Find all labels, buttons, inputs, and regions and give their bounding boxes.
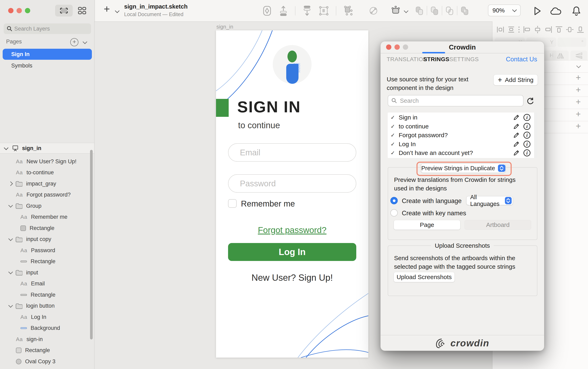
- subtract-icon[interactable]: [429, 5, 440, 16]
- preview-strings-dropdown[interactable]: Preview Strings in Duplicate: [421, 163, 505, 173]
- align-right-icon[interactable]: [544, 25, 553, 34]
- sidebar-page-symbols[interactable]: Symbols: [11, 63, 32, 69]
- rotation-field[interactable]: °: [557, 38, 586, 47]
- align-bottom-icon[interactable]: [576, 25, 585, 34]
- layer-row[interactable]: Background: [0, 323, 94, 334]
- align-middle-vertical-icon[interactable]: [566, 25, 574, 34]
- layer-row[interactable]: AaPassword: [0, 245, 94, 256]
- info-icon[interactable]: i: [524, 114, 530, 121]
- add-page-button[interactable]: +: [70, 38, 78, 46]
- info-icon[interactable]: i: [524, 132, 530, 139]
- canvas-artboard-label[interactable]: sign_in: [216, 24, 233, 30]
- all-languages-dropdown[interactable]: All Languages: [466, 196, 513, 205]
- create-symbol-icon[interactable]: [262, 6, 272, 16]
- flip-vertical-button[interactable]: [570, 50, 587, 61]
- tab-translation[interactable]: TRANSLATION: [387, 56, 427, 63]
- flip-horizontal-button[interactable]: [552, 50, 569, 61]
- move-forward-icon[interactable]: [279, 6, 288, 16]
- resize-chevron-icon[interactable]: [404, 9, 409, 13]
- info-icon[interactable]: i: [524, 123, 530, 130]
- grid-view-toggle[interactable]: [75, 5, 89, 17]
- add-string-button[interactable]: + Add String: [494, 74, 538, 85]
- layer-row[interactable]: Rectangle: [0, 223, 94, 234]
- layer-row[interactable]: impact_gray: [0, 178, 94, 189]
- union-icon[interactable]: [414, 5, 425, 16]
- forgot-password-link[interactable]: Forgot password?: [216, 225, 368, 235]
- string-row[interactable]: ✓Forgot password?i: [388, 131, 537, 140]
- layer-row[interactable]: AaLog In: [0, 311, 94, 322]
- artboard-button[interactable]: Artboard: [464, 220, 531, 230]
- insert-chevron-icon[interactable]: [115, 9, 120, 13]
- add-style-button[interactable]: +: [576, 121, 581, 131]
- string-row[interactable]: ✓Sign ini: [388, 113, 537, 122]
- minimize-button[interactable]: [17, 8, 22, 13]
- chevron-down-icon[interactable]: [8, 236, 13, 241]
- align-center-horizontal-icon[interactable]: [533, 25, 542, 34]
- create-with-key-names-radio[interactable]: [390, 209, 398, 217]
- search-layers-input[interactable]: Search Layers: [4, 23, 91, 34]
- layer-row[interactable]: input: [0, 267, 94, 278]
- create-with-language-radio[interactable]: [390, 197, 398, 204]
- chevron-down-icon[interactable]: [8, 203, 13, 208]
- notifications-bell-button[interactable]: [572, 6, 581, 16]
- insert-button[interactable]: +: [104, 3, 110, 15]
- tab-settings[interactable]: SETTINGS: [449, 56, 479, 63]
- section-collapse-chevron-icon[interactable]: [576, 64, 581, 68]
- string-row[interactable]: ✓to continuei: [388, 122, 537, 131]
- layer-list-view-toggle[interactable]: [55, 5, 73, 17]
- layer-row[interactable]: Group: [0, 200, 94, 211]
- sidebar-scrollbar[interactable]: [90, 150, 93, 339]
- align-top-icon[interactable]: [555, 25, 563, 34]
- add-style-button[interactable]: +: [576, 109, 581, 119]
- refresh-icon[interactable]: [526, 97, 535, 105]
- tab-strings[interactable]: STRINGS: [423, 56, 449, 63]
- more-options-icon[interactable]: [518, 25, 520, 34]
- sign-up-link[interactable]: New User? Sign Up!: [216, 273, 368, 283]
- chevron-down-icon[interactable]: [8, 270, 13, 274]
- layer-row[interactable]: Aasign-in: [0, 334, 94, 345]
- add-style-button[interactable]: +: [576, 97, 581, 107]
- layer-row[interactable]: AaEmail: [0, 278, 94, 289]
- distribute-horizontally-icon[interactable]: [496, 25, 505, 34]
- layer-artboard-row[interactable]: sign_in: [0, 143, 94, 154]
- log-in-button[interactable]: Log In: [228, 243, 356, 261]
- upload-screenshots-button[interactable]: Upload Screenshots: [394, 272, 455, 282]
- edit-pencil-icon[interactable]: [513, 114, 520, 121]
- info-icon[interactable]: i: [524, 141, 530, 148]
- layer-row[interactable]: AaRemember me: [0, 212, 94, 223]
- edit-pencil-icon[interactable]: [513, 123, 520, 130]
- chevron-down-icon[interactable]: [4, 146, 9, 150]
- sidebar-page-sign-in[interactable]: Sign In: [3, 49, 92, 60]
- edit-shape-icon[interactable]: [368, 6, 378, 16]
- cloud-sync-button[interactable]: [550, 7, 562, 16]
- pages-collapse-chevron-icon[interactable]: [83, 40, 87, 44]
- intersect-icon[interactable]: [444, 5, 455, 16]
- edit-pencil-icon[interactable]: [513, 150, 520, 156]
- string-row[interactable]: ✓Don’t have an account yet?i: [388, 149, 537, 157]
- move-backward-icon[interactable]: [302, 6, 312, 16]
- layer-row[interactable]: Rectangle: [0, 256, 94, 267]
- group-icon[interactable]: [319, 6, 329, 16]
- layer-row[interactable]: Oval Copy 3: [0, 356, 94, 367]
- preview-play-button[interactable]: [533, 6, 542, 16]
- ungroup-icon[interactable]: [343, 6, 353, 16]
- page-button[interactable]: Page: [394, 220, 460, 230]
- zoom-level-dropdown[interactable]: 90%: [488, 4, 521, 16]
- email-field[interactable]: Email: [228, 143, 356, 162]
- zoom-window-button[interactable]: [25, 8, 30, 13]
- add-style-button[interactable]: +: [576, 73, 581, 83]
- info-icon[interactable]: i: [524, 150, 530, 156]
- chevron-right-icon[interactable]: [8, 181, 13, 186]
- layer-row[interactable]: AaNew User? Sign Up!: [0, 156, 94, 167]
- layer-row[interactable]: login button: [0, 300, 94, 311]
- remember-me-checkbox[interactable]: [228, 199, 237, 208]
- resize-icon[interactable]: [390, 6, 401, 16]
- distribute-vertically-icon[interactable]: [507, 25, 515, 34]
- close-button[interactable]: [8, 8, 13, 13]
- layer-row[interactable]: Aato-continue: [0, 167, 94, 178]
- layer-row[interactable]: AaForgot password?: [0, 189, 94, 200]
- chevron-down-icon[interactable]: [8, 303, 13, 308]
- layer-row[interactable]: Rectangle: [0, 345, 94, 356]
- password-field[interactable]: Password: [228, 174, 356, 193]
- string-row[interactable]: ✓Log Ini: [388, 140, 537, 149]
